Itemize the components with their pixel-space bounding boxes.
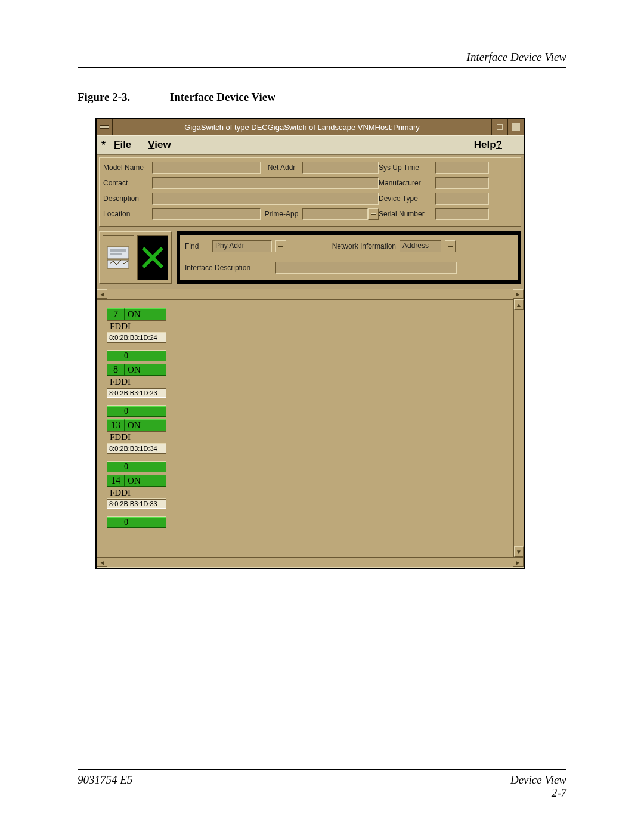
scroll-left-icon[interactable]: ◄ <box>97 558 107 567</box>
footer-rule <box>78 769 566 770</box>
interface-number: 7 <box>107 308 125 320</box>
address-label: Address <box>402 241 429 250</box>
address-option-button[interactable] <box>445 240 456 252</box>
running-head: Interface Device View <box>78 51 566 67</box>
net-addr-label: Net Addr <box>261 163 302 172</box>
h-scrollbar-top[interactable]: ◄ ► <box>97 289 524 299</box>
prime-app-option-button[interactable] <box>368 208 379 220</box>
device-type-label: Device Type <box>379 194 435 203</box>
v-scrollbar[interactable]: ▲ ▼ <box>513 299 524 557</box>
interface-type: FDDI <box>107 431 166 444</box>
svg-rect-1 <box>107 260 129 268</box>
header-rule <box>78 67 566 68</box>
figure-caption: Figure 2-3. Interface Device View <box>78 91 566 104</box>
interface-counter: 0 <box>107 406 166 417</box>
contact-label: Contact <box>103 179 152 187</box>
scroll-down-icon[interactable]: ▼ <box>514 546 524 557</box>
interface-description-field[interactable] <box>275 262 457 274</box>
menu-star[interactable]: * <box>101 139 106 151</box>
h-scrollbar-bottom[interactable]: ◄ ► <box>97 557 524 568</box>
menu-view[interactable]: View <box>148 139 171 151</box>
device-type-field[interactable] <box>435 193 489 205</box>
serial-number-label: Serial Number <box>379 210 435 218</box>
scroll-up-icon[interactable]: ▲ <box>514 299 524 310</box>
minimize-button[interactable] <box>491 119 507 135</box>
system-menu-button[interactable] <box>97 119 113 135</box>
interface-canvas: 7ONFDDI8:0:2B:B3:1D:2408ONFDDI8:0:2B:B3:… <box>97 299 513 557</box>
interface-type: FDDI <box>107 487 166 499</box>
find-label: Find <box>185 242 209 250</box>
interface-type: FDDI <box>107 376 166 388</box>
net-addr-field[interactable] <box>302 162 379 174</box>
interface-icon[interactable] <box>137 235 169 280</box>
figure-number: Figure 2-3. <box>78 91 167 104</box>
interface-gap <box>107 509 166 517</box>
scroll-right-icon[interactable]: ► <box>513 289 524 299</box>
interface-mac: 8:0:2B:B3:1D:33 <box>107 499 166 509</box>
svg-rect-3 <box>110 253 122 255</box>
prime-app-field[interactable] <box>302 208 368 220</box>
page-footer: 9031754 E5 Device View 2-7 <box>78 769 566 800</box>
info-panel: Model Name Net Addr Sys Up Time Contact … <box>99 157 521 227</box>
model-name-label: Model Name <box>103 163 152 172</box>
serial-number-field[interactable] <box>435 208 489 220</box>
interface-mac: 8:0:2B:B3:1D:24 <box>107 333 166 342</box>
interface-gap <box>107 453 166 462</box>
sys-up-time-field[interactable] <box>435 162 489 174</box>
interface-state: ON <box>125 475 166 487</box>
interface-counter: 0 <box>107 351 166 361</box>
figure-title: Interface Device View <box>170 91 275 103</box>
interface-block[interactable]: 8ONFDDI8:0:2B:B3:1D:230 <box>107 364 166 417</box>
description-label: Description <box>103 194 152 203</box>
interface-counter: 0 <box>107 462 166 472</box>
interface-state: ON <box>125 419 166 431</box>
manufacturer-field[interactable] <box>435 177 489 189</box>
interface-gap <box>107 398 166 406</box>
menu-bar: * File View Help? <box>97 135 524 155</box>
menu-help[interactable]: Help? <box>474 139 502 151</box>
interface-type: FDDI <box>107 320 166 333</box>
menu-file[interactable]: File <box>114 139 131 151</box>
title-bar: GigaSwitch of type DECGigaSwitch of Land… <box>97 119 524 135</box>
application-window: GigaSwitch of type DECGigaSwitch of Land… <box>95 118 525 569</box>
contact-field[interactable] <box>152 177 379 189</box>
interface-counter: 0 <box>107 517 166 528</box>
sys-up-time-label: Sys Up Time <box>379 163 435 172</box>
interface-mac: 8:0:2B:B3:1D:34 <box>107 444 166 453</box>
svg-rect-2 <box>110 249 126 252</box>
location-field[interactable] <box>152 208 261 220</box>
footer-page-number: 2-7 <box>78 786 566 800</box>
scroll-left-icon[interactable]: ◄ <box>97 289 107 299</box>
interface-number: 13 <box>107 419 125 431</box>
interface-block[interactable]: 14ONFDDI8:0:2B:B3:1D:330 <box>107 475 166 528</box>
model-name-field[interactable] <box>152 162 261 174</box>
find-panel: Find Phy Addr Network Information Addres… <box>177 231 521 284</box>
maximize-button[interactable] <box>507 119 524 135</box>
interface-mac: 8:0:2B:B3:1D:23 <box>107 388 166 398</box>
location-label: Location <box>103 210 152 218</box>
interface-description-label: Interface Description <box>185 264 272 272</box>
interface-number: 8 <box>107 364 125 376</box>
description-field[interactable] <box>152 193 379 205</box>
performance-icon[interactable] <box>103 235 134 280</box>
scroll-right-icon[interactable]: ► <box>513 558 524 567</box>
phy-addr-field[interactable]: Phy Addr <box>212 240 272 252</box>
footer-section: Device View <box>510 773 566 786</box>
interface-state: ON <box>125 364 166 376</box>
phy-addr-label: Phy Addr <box>215 241 244 250</box>
prime-app-label: Prime-App <box>261 210 302 218</box>
window-title: GigaSwitch of type DECGigaSwitch of Land… <box>113 119 491 135</box>
icon-bank <box>99 231 172 284</box>
footer-doc-id: 9031754 E5 <box>78 773 510 786</box>
network-info-label: Network Information <box>312 242 396 250</box>
interface-state: ON <box>125 308 166 320</box>
interface-number: 14 <box>107 475 125 487</box>
manufacturer-label: Manufacturer <box>379 179 435 187</box>
interface-block[interactable]: 7ONFDDI8:0:2B:B3:1D:240 <box>107 308 166 361</box>
interface-gap <box>107 342 166 351</box>
interface-block[interactable]: 13ONFDDI8:0:2B:B3:1D:340 <box>107 419 166 472</box>
address-field[interactable]: Address <box>400 240 441 252</box>
phy-addr-option-button[interactable] <box>275 240 286 252</box>
